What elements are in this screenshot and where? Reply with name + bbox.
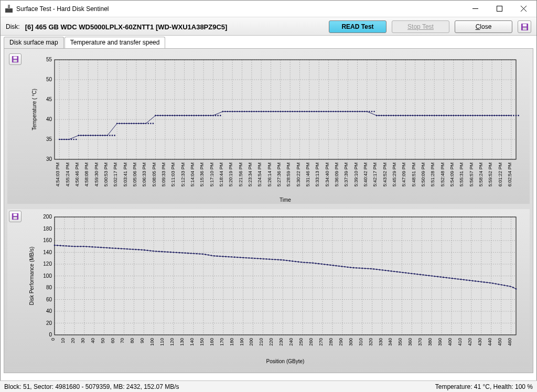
close-button[interactable]: Close [455, 20, 512, 33]
svg-point-572 [446, 277, 447, 279]
save-chart2-button[interactable] [9, 211, 22, 222]
save-chart1-button[interactable] [9, 53, 22, 65]
svg-text:5:12:33 PM: 5:12:33 PM [180, 162, 186, 187]
svg-point-232 [323, 111, 325, 113]
svg-text:80: 80 [46, 285, 52, 290]
svg-point-261 [393, 115, 394, 116]
svg-text:350: 350 [398, 338, 403, 346]
svg-point-550 [382, 269, 383, 271]
svg-text:460: 460 [507, 338, 512, 346]
svg-text:5:05:06 PM: 5:05:06 PM [132, 162, 137, 187]
svg-point-520 [295, 261, 296, 263]
svg-point-312 [515, 115, 517, 116]
svg-point-537 [344, 266, 346, 268]
svg-point-271 [417, 115, 418, 116]
svg-point-573 [448, 277, 450, 279]
svg-point-468 [144, 249, 145, 251]
svg-point-205 [258, 111, 260, 113]
svg-point-221 [297, 111, 298, 113]
svg-point-484 [190, 253, 192, 254]
svg-point-313 [518, 115, 519, 116]
svg-text:5:56:57 PM: 5:56:57 PM [469, 162, 474, 187]
svg-text:5:58:24 PM: 5:58:24 PM [478, 162, 484, 187]
svg-point-473 [158, 251, 160, 253]
svg-point-169 [171, 115, 173, 116]
svg-text:100: 100 [149, 338, 155, 346]
statusbar: Block: 51, Sector: 4981680 - 5079359, MB… [0, 380, 537, 392]
svg-point-461 [124, 248, 125, 249]
svg-point-287 [455, 115, 457, 116]
svg-point-268 [410, 115, 411, 116]
svg-rect-11 [14, 60, 17, 62]
svg-point-255 [378, 115, 380, 116]
svg-point-298 [482, 115, 484, 116]
svg-point-532 [329, 264, 331, 266]
svg-point-219 [292, 111, 293, 113]
svg-point-548 [376, 269, 378, 270]
svg-point-311 [513, 115, 514, 116]
svg-text:140: 140 [43, 249, 52, 255]
svg-text:160: 160 [43, 237, 52, 243]
svg-point-265 [402, 115, 404, 116]
save-button[interactable] [518, 20, 531, 33]
svg-text:5:51:28 PM: 5:51:28 PM [430, 162, 435, 187]
maximize-button[interactable] [487, 1, 511, 17]
minimize-button[interactable] [463, 1, 487, 17]
tab-temperature-speed[interactable]: Temperature and transfer speed [65, 37, 166, 48]
svg-point-305 [499, 115, 500, 116]
svg-point-156 [141, 123, 142, 124]
svg-point-239 [340, 111, 341, 113]
svg-point-196 [237, 111, 238, 113]
svg-point-519 [292, 260, 294, 262]
svg-point-157 [143, 123, 144, 124]
svg-point-547 [373, 268, 375, 270]
svg-text:190: 190 [239, 338, 244, 346]
svg-point-303 [493, 115, 495, 116]
read-test-button[interactable]: READ Test [329, 20, 386, 33]
svg-point-564 [423, 274, 424, 276]
svg-point-577 [460, 279, 462, 280]
svg-text:300: 300 [348, 338, 353, 346]
svg-point-135 [90, 135, 91, 136]
svg-point-147 [119, 123, 120, 124]
svg-text:210: 210 [259, 338, 264, 346]
svg-point-555 [396, 271, 398, 273]
svg-text:5:21:56 PM: 5:21:56 PM [238, 162, 243, 187]
svg-text:60: 60 [110, 338, 115, 343]
svg-point-258 [385, 115, 387, 116]
svg-point-560 [411, 273, 412, 275]
svg-point-590 [498, 284, 499, 285]
svg-point-471 [153, 251, 154, 252]
svg-point-501 [240, 257, 241, 258]
svg-point-510 [266, 258, 267, 260]
svg-point-240 [342, 111, 344, 113]
svg-point-126 [68, 139, 70, 140]
svg-text:90: 90 [139, 338, 145, 343]
svg-point-498 [231, 256, 232, 258]
svg-point-165 [162, 115, 164, 116]
window-close-button[interactable] [511, 1, 535, 17]
svg-text:5:06:33 PM: 5:06:33 PM [142, 162, 147, 187]
svg-point-203 [253, 111, 255, 113]
svg-point-166 [165, 115, 166, 116]
tab-disk-surface-map[interactable]: Disk surface map [4, 37, 64, 48]
svg-point-274 [424, 115, 426, 116]
svg-point-500 [237, 257, 238, 258]
svg-point-225 [306, 111, 308, 113]
svg-text:140: 140 [189, 338, 195, 346]
svg-point-544 [364, 268, 366, 269]
svg-point-593 [507, 285, 508, 287]
svg-point-197 [239, 111, 241, 113]
svg-point-233 [326, 111, 327, 113]
svg-point-516 [283, 259, 285, 261]
content-area: 3035404550554:54:03 PM4:55:24 PM4:56:46 … [4, 48, 533, 373]
stop-test-button[interactable]: Stop Test [392, 20, 449, 33]
svg-text:40: 40 [46, 116, 52, 122]
svg-point-201 [249, 111, 250, 113]
performance-chart-panel: 0204060801001201401601802000102030405060… [7, 209, 530, 366]
svg-text:5:48:51 PM: 5:48:51 PM [411, 162, 416, 187]
svg-point-154 [136, 123, 137, 124]
svg-point-574 [452, 278, 453, 279]
svg-text:5:24:54 PM: 5:24:54 PM [257, 162, 262, 187]
svg-point-452 [98, 247, 99, 248]
